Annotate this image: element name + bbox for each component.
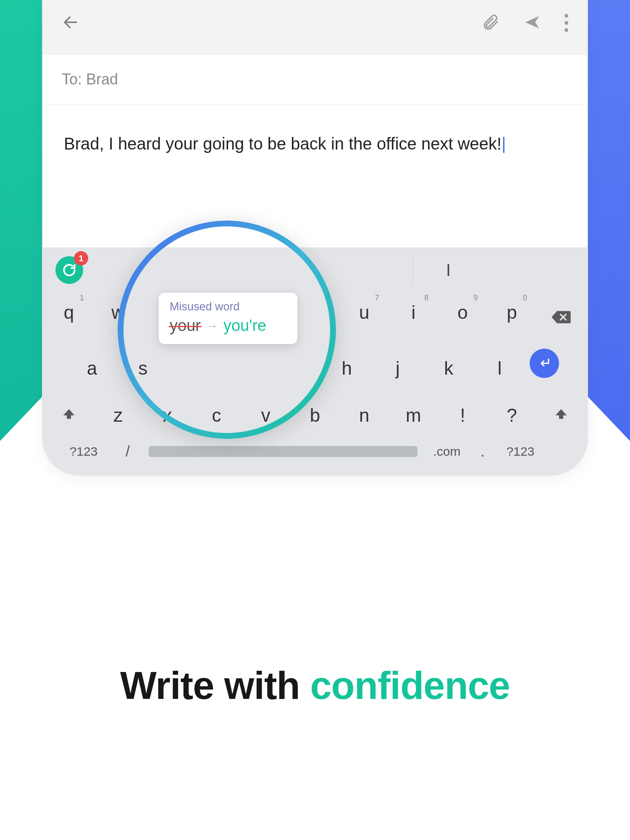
- back-icon[interactable]: [62, 25, 79, 32]
- key-o[interactable]: o9: [442, 293, 484, 341]
- key-question[interactable]: ?: [491, 396, 533, 435]
- key-j[interactable]: j: [377, 349, 419, 388]
- email-body-text: Brad, I heard your going to be back in t…: [64, 134, 501, 153]
- more-icon[interactable]: [564, 14, 568, 32]
- key-h[interactable]: h: [326, 349, 368, 388]
- period-key[interactable]: .: [476, 443, 489, 460]
- key-d[interactable]: [173, 349, 215, 388]
- suggestion-bar: 1 I: [43, 247, 587, 293]
- key-p[interactable]: p0: [491, 293, 533, 341]
- attachment-icon[interactable]: [481, 13, 500, 33]
- shift-key-left[interactable]: [48, 396, 90, 435]
- key-b[interactable]: b: [294, 396, 336, 435]
- keyboard-row-2: a s h j k l: [48, 349, 582, 388]
- key-i[interactable]: i8: [392, 293, 434, 341]
- keyboard-bottom-row: ?123 / .com . ?123: [48, 443, 582, 460]
- dotcom-key[interactable]: .com: [426, 444, 468, 459]
- key-l[interactable]: l: [479, 349, 521, 388]
- grammarly-badge[interactable]: 1: [55, 256, 83, 284]
- text-cursor: |: [501, 134, 506, 153]
- suggestion-count-badge: 1: [74, 251, 88, 265]
- send-icon[interactable]: [523, 13, 541, 33]
- to-recipient: Brad: [86, 71, 118, 88]
- key-n[interactable]: n: [343, 396, 385, 435]
- enter-key[interactable]: [530, 349, 559, 378]
- suggestion-word[interactable]: I: [446, 247, 451, 293]
- phone-frame: To: Brad Brad, I heard your going to be …: [42, 0, 588, 476]
- backspace-key[interactable]: [540, 293, 582, 341]
- slash-key[interactable]: /: [115, 443, 140, 460]
- compose-toolbar: [43, 0, 587, 55]
- key-m[interactable]: m: [392, 396, 434, 435]
- key-x[interactable]: x: [146, 396, 188, 435]
- key-s[interactable]: s: [122, 349, 164, 388]
- email-body[interactable]: Brad, I heard your going to be back in t…: [43, 105, 587, 247]
- keyboard-row-3: z x c v b n m ! ?: [48, 396, 582, 435]
- popup-correct-word: you're: [223, 317, 266, 335]
- key-w[interactable]: w: [97, 293, 139, 341]
- arrow-icon: →: [206, 319, 218, 333]
- key-k[interactable]: k: [428, 349, 470, 388]
- key-v[interactable]: v: [245, 396, 287, 435]
- key-u[interactable]: u7: [343, 293, 385, 341]
- spacebar[interactable]: [149, 446, 417, 457]
- keyboard-row-1: q1 w e3 r4 t5 u7 i8 o9 p0: [48, 293, 582, 341]
- key-z[interactable]: z: [97, 396, 139, 435]
- key-g[interactable]: [275, 349, 317, 388]
- symbols-key-right[interactable]: ?123: [497, 444, 543, 459]
- keyboard: 1 I q1 w e3 r4 t5 u7 i8 o9 p0: [43, 247, 587, 475]
- headline-part1: Write with: [120, 664, 310, 707]
- key-exclaim[interactable]: !: [442, 396, 484, 435]
- correction-popup[interactable]: Misused word your → you're: [159, 293, 297, 344]
- key-c[interactable]: c: [196, 396, 238, 435]
- suggestion-divider: [412, 257, 413, 284]
- key-q[interactable]: q1: [48, 293, 90, 341]
- marketing-headline: Write with confidence: [0, 664, 630, 708]
- headline-accent: confidence: [310, 664, 510, 707]
- key-f[interactable]: [224, 349, 266, 388]
- shift-key-right[interactable]: [540, 396, 582, 435]
- key-y[interactable]: [294, 293, 336, 341]
- to-prefix: To:: [62, 71, 86, 88]
- key-a[interactable]: a: [71, 349, 113, 388]
- popup-title: Misused word: [170, 300, 286, 313]
- to-field[interactable]: To: Brad: [43, 55, 587, 105]
- symbols-key-left[interactable]: ?123: [60, 444, 107, 459]
- popup-wrong-word: your: [170, 317, 201, 335]
